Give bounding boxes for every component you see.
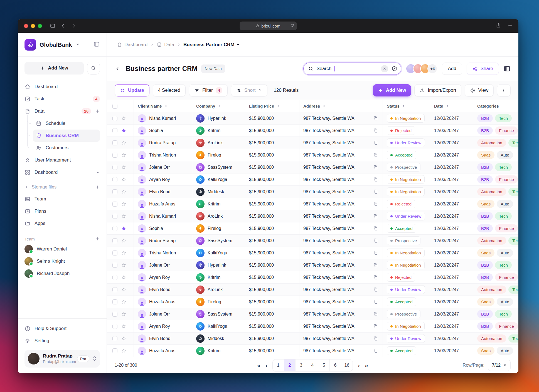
copy-icon[interactable] [373, 250, 378, 255]
sidebar-item-dashboard[interactable]: Dashboard [22, 81, 102, 93]
page-button-4[interactable]: 4 [307, 359, 318, 371]
table-row[interactable]: Huzaifa AnasKritrim$15,900,000987 Teck w… [107, 345, 518, 357]
first-page-button[interactable]: « [257, 362, 260, 368]
copy-icon[interactable] [373, 238, 378, 243]
team-add-icon[interactable] [95, 236, 100, 241]
page-button-2[interactable]: 2 [284, 359, 296, 371]
star-icon[interactable] [121, 238, 127, 244]
star-icon[interactable] [121, 348, 127, 354]
copy-icon[interactable] [373, 214, 378, 219]
more-options-icon[interactable] [95, 170, 100, 175]
star-icon[interactable] [121, 116, 127, 121]
sidebar-item-apps[interactable]: Apps [22, 217, 102, 230]
address-bar[interactable]: brixui.com [240, 22, 297, 30]
page-button-3[interactable]: 3 [296, 359, 307, 371]
share-button[interactable]: Share [467, 63, 499, 75]
breadcrumb-dashboard[interactable]: Dashboard [117, 42, 147, 48]
storage-add-icon[interactable] [95, 185, 100, 190]
clear-search-icon[interactable] [381, 65, 388, 72]
team-member[interactable]: Selma Knight [24, 255, 100, 267]
star-icon[interactable] [121, 262, 127, 268]
search-filter-hexagon-icon[interactable] [391, 65, 398, 72]
star-icon[interactable] [121, 324, 127, 329]
copy-icon[interactable] [373, 189, 378, 194]
star-filled-icon[interactable] [121, 128, 127, 133]
row-checkbox[interactable] [112, 312, 117, 317]
sidebar-item-user-managment[interactable]: User Managment [22, 154, 102, 166]
row-checkbox[interactable] [112, 165, 117, 170]
table-row[interactable]: Nisha KumariHyperlink$15,900,000987 Teck… [107, 112, 518, 125]
row-checkbox[interactable] [112, 226, 117, 231]
star-icon[interactable] [121, 299, 127, 305]
collaborator-more-badge[interactable]: +4 [427, 64, 437, 74]
page-button-6[interactable]: 6 [330, 359, 341, 371]
browser-sidebar-toggle-icon[interactable] [50, 23, 55, 29]
sidebar-item-team[interactable]: Team [22, 193, 102, 205]
search-input[interactable]: Search [303, 63, 401, 75]
star-icon[interactable] [121, 336, 127, 341]
row-checkbox[interactable] [112, 238, 117, 243]
sidebar-item-dashboard-2[interactable]: Dashboard [22, 166, 102, 178]
copy-icon[interactable] [373, 128, 378, 133]
column-header-date[interactable]: Date [430, 100, 473, 112]
update-button[interactable]: Update [115, 84, 149, 96]
breadcrumb-data[interactable]: Data [157, 42, 174, 48]
star-icon[interactable] [121, 189, 127, 195]
copy-icon[interactable] [373, 324, 378, 329]
browser-back-icon[interactable] [60, 23, 66, 29]
layout-toggle-icon[interactable] [503, 65, 511, 72]
new-tab-icon[interactable] [507, 23, 513, 29]
column-header-company[interactable]: Company [192, 100, 245, 112]
table-row[interactable]: Huzaifa AnasFirelog$15,900,000987 Teck w… [107, 296, 518, 308]
user-profile-card[interactable]: Rudra Pratap Pratap@brixui.com Pro [24, 350, 100, 368]
row-checkbox[interactable] [112, 153, 117, 158]
copy-icon[interactable] [373, 348, 378, 353]
copy-icon[interactable] [373, 226, 378, 231]
next-page-button[interactable]: › [358, 362, 360, 368]
browser-forward-icon[interactable] [71, 23, 77, 29]
add-button[interactable]: Add [442, 63, 462, 75]
profile-expander-icon[interactable] [93, 356, 97, 362]
sidebar-item-setting[interactable]: Setting [22, 335, 102, 347]
copy-icon[interactable] [373, 262, 378, 268]
prev-page-button[interactable]: ‹ [265, 362, 267, 368]
star-icon[interactable] [121, 275, 127, 280]
sidebar-item-customers[interactable]: Customers [33, 142, 100, 154]
table-row[interactable]: Huzaifa AnasKritrim$15,900,000987 Teck w… [107, 198, 518, 210]
sidebar-item-storage-files[interactable]: Storage files [24, 181, 100, 193]
copy-icon[interactable] [373, 152, 378, 158]
sidebar-item-data[interactable]: Data26 [22, 105, 102, 117]
select-all-checkbox[interactable] [112, 104, 117, 109]
workspace-switcher-chevron-icon[interactable] [75, 42, 80, 48]
table-row[interactable]: Rudra PratapSassSystem$15,900,000987 Tec… [107, 235, 518, 247]
row-checkbox[interactable] [112, 348, 117, 353]
table-row[interactable]: Aryan RoyKritrim$15,900,000987 Teck way,… [107, 271, 518, 284]
copy-icon[interactable] [373, 140, 378, 145]
table-row[interactable]: Jolene OrrHyperlink$15,900,000987 Teck w… [107, 259, 518, 271]
back-icon[interactable] [115, 66, 120, 71]
minimize-window-button[interactable] [31, 24, 35, 28]
star-icon[interactable] [121, 250, 127, 256]
sidebar-item-help[interactable]: Help & Support [22, 322, 102, 335]
collaborator-avatars[interactable]: +4 [406, 64, 437, 74]
star-icon[interactable] [121, 140, 127, 146]
view-button[interactable]: View [465, 84, 494, 96]
sort-icon[interactable] [402, 104, 405, 108]
import-export-button[interactable]: Import/Export [414, 84, 461, 96]
table-row[interactable]: Jolene OrrSassSystem$15,900,000987 Teck … [107, 161, 518, 173]
row-checkbox[interactable] [112, 250, 117, 255]
copy-icon[interactable] [373, 299, 378, 304]
row-checkbox[interactable] [112, 275, 117, 280]
sidebar-item-business-crm[interactable]: Business CRM [33, 130, 100, 142]
breadcrumb-current[interactable]: Business Partner CRM [183, 42, 240, 48]
sort-icon[interactable] [276, 104, 280, 108]
filter-button[interactable]: Filter 4 [189, 84, 228, 96]
table-row[interactable]: Jolene OrrSassSystem$15,900,000987 Teck … [107, 308, 518, 320]
row-checkbox[interactable] [112, 128, 117, 133]
sidebar-search-button[interactable] [87, 62, 100, 75]
star-icon[interactable] [121, 214, 127, 219]
table-row[interactable]: Trisha NortonKalkiYoga$15,900,000987 Tec… [107, 247, 518, 259]
copy-icon[interactable] [373, 201, 378, 207]
more-options-button[interactable] [497, 84, 511, 96]
column-header-listing-price[interactable]: Listing Price [245, 100, 299, 112]
